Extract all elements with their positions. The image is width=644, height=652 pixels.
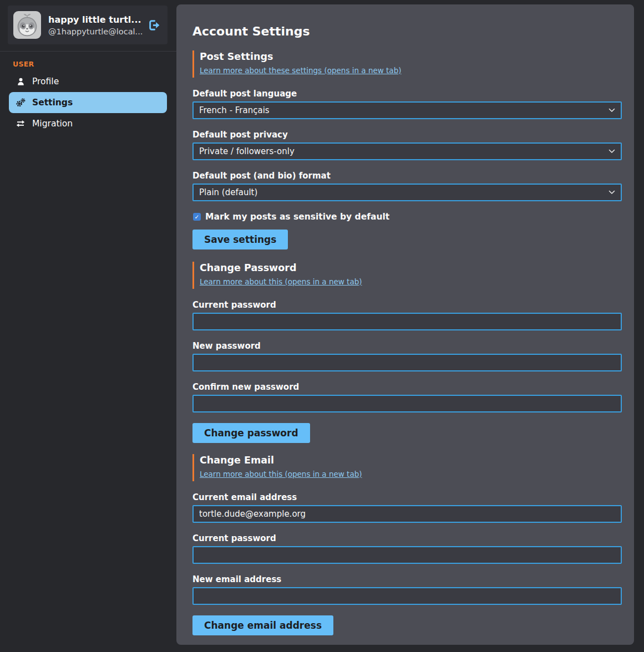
confirm-new-password-field: Confirm new password xyxy=(192,382,622,412)
field-label: Default post language xyxy=(192,89,622,99)
field-label: New password xyxy=(192,341,622,351)
section-title: Change Email xyxy=(200,455,622,466)
change-email-address-button[interactable]: Change email address xyxy=(192,615,333,635)
user-info: happy little turtl... @1happyturtle@loca… xyxy=(48,14,140,36)
check-icon: ✓ xyxy=(195,214,200,220)
new-email-field: New email address xyxy=(192,574,622,605)
learn-more-link[interactable]: Learn more about this (opens in a new ta… xyxy=(200,277,362,286)
account-settings-panel: Account Settings Post Settings Learn mor… xyxy=(176,4,634,645)
post-settings-section: Post Settings Learn more about these set… xyxy=(192,50,622,262)
logout-icon[interactable] xyxy=(147,18,162,32)
change-password-header: Change Password Learn more about this (o… xyxy=(192,262,622,289)
save-settings-button[interactable]: Save settings xyxy=(192,230,288,249)
sidebar-item-label: Migration xyxy=(32,119,73,129)
current-email-input[interactable] xyxy=(192,505,622,523)
field-label: New email address xyxy=(192,574,622,584)
sidebar-nav: Profile Settings xyxy=(0,72,176,133)
email-current-password-input[interactable] xyxy=(192,546,622,564)
sloth-avatar-image xyxy=(13,11,41,39)
user-display-name: happy little turtl... xyxy=(48,14,140,25)
section-title: Post Settings xyxy=(200,51,622,62)
field-label: Confirm new password xyxy=(192,382,622,392)
change-email-section: Change Email Learn more about this (open… xyxy=(192,454,622,635)
page-title: Account Settings xyxy=(192,24,622,38)
default-post-privacy-select[interactable]: Private / followers-only xyxy=(192,142,622,160)
sidebar-item-profile[interactable]: Profile xyxy=(9,72,167,91)
email-current-password-field: Current password xyxy=(192,533,622,564)
current-password-field: Current password xyxy=(192,300,622,330)
field-label: Current password xyxy=(192,533,622,543)
change-password-button[interactable]: Change password xyxy=(192,423,310,443)
current-email-field: Current email address xyxy=(192,492,622,523)
learn-more-link[interactable]: Learn more about these settings (opens i… xyxy=(200,66,401,75)
sidebar-item-label: Settings xyxy=(32,98,73,108)
gears-icon xyxy=(16,98,26,108)
transfer-arrows-icon xyxy=(16,119,26,129)
field-label: Default post (and bio) format xyxy=(192,171,622,181)
sensitive-default-checkbox[interactable]: ✓ xyxy=(193,213,201,221)
change-password-section: Change Password Learn more about this (o… xyxy=(192,262,622,454)
default-post-format-select[interactable]: Plain (default) xyxy=(192,184,622,201)
user-handle: @1happyturtle@local... xyxy=(48,27,140,36)
new-email-input[interactable] xyxy=(192,587,622,605)
default-post-language-select[interactable]: French - Français xyxy=(192,101,622,119)
sidebar: happy little turtl... @1happyturtle@loca… xyxy=(0,0,176,652)
sidebar-item-migration[interactable]: Migration xyxy=(9,114,167,133)
learn-more-link[interactable]: Learn more about this (opens in a new ta… xyxy=(200,470,362,478)
sidebar-item-settings[interactable]: Settings xyxy=(9,92,167,113)
sidebar-section-user-label: USER xyxy=(13,60,176,68)
new-password-field: New password xyxy=(192,341,622,371)
user-card: happy little turtl... @1happyturtle@loca… xyxy=(8,6,168,44)
checkbox-label: Mark my posts as sensitive by default xyxy=(205,212,389,222)
field-label: Default post privacy xyxy=(192,130,622,140)
person-icon xyxy=(16,77,26,86)
section-title: Change Password xyxy=(200,262,622,273)
sensitive-default-row: ✓ Mark my posts as sensitive by default xyxy=(193,212,622,222)
default-post-language-field: Default post language French - Français xyxy=(192,89,622,119)
sidebar-item-label: Profile xyxy=(32,77,59,86)
current-password-input[interactable] xyxy=(192,313,622,330)
post-settings-header: Post Settings Learn more about these set… xyxy=(192,50,622,78)
new-password-input[interactable] xyxy=(192,354,622,371)
confirm-new-password-input[interactable] xyxy=(192,395,622,412)
default-post-format-field: Default post (and bio) format Plain (def… xyxy=(192,171,622,201)
avatar xyxy=(13,11,41,39)
sidebar-divider xyxy=(0,51,176,52)
field-label: Current password xyxy=(192,300,622,310)
field-label: Current email address xyxy=(192,492,622,502)
default-post-privacy-field: Default post privacy Private / followers… xyxy=(192,130,622,160)
change-email-header: Change Email Learn more about this (open… xyxy=(192,454,622,481)
